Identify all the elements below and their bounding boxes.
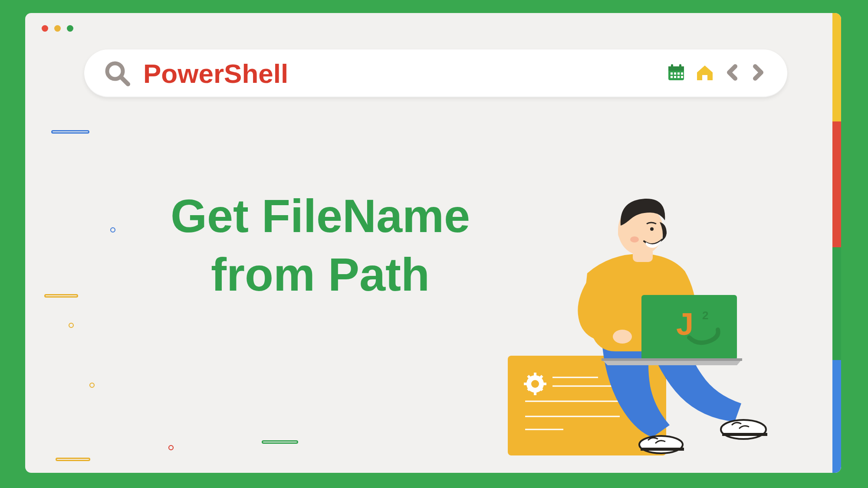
decoration-circle <box>69 323 74 328</box>
browser-window: PowerShell <box>25 13 841 473</box>
title-line-1: Get FileName <box>171 190 470 242</box>
minimize-dot[interactable] <box>54 25 61 32</box>
svg-rect-33 <box>722 433 767 436</box>
decoration-pill <box>51 130 89 134</box>
chevron-right-icon[interactable] <box>750 63 766 84</box>
stripe-blue <box>832 360 841 473</box>
svg-rect-41 <box>602 358 742 361</box>
chevron-left-icon[interactable] <box>724 63 740 84</box>
svg-rect-19 <box>524 383 529 385</box>
maximize-dot[interactable] <box>67 25 73 32</box>
traffic-lights <box>42 25 73 32</box>
bar-icons <box>667 63 766 84</box>
svg-rect-11 <box>674 76 676 78</box>
title-line-2: from Path <box>211 248 430 301</box>
decoration-circle <box>168 445 174 450</box>
search-title: PowerShell <box>143 58 288 89</box>
svg-rect-5 <box>679 64 681 69</box>
svg-rect-12 <box>677 76 680 78</box>
svg-point-16 <box>531 380 539 388</box>
svg-rect-7 <box>674 72 676 75</box>
side-stripes <box>832 13 841 473</box>
svg-rect-31 <box>641 448 684 451</box>
svg-point-34 <box>613 330 632 344</box>
svg-rect-6 <box>671 72 673 75</box>
svg-rect-4 <box>671 64 673 69</box>
svg-point-38 <box>650 227 654 231</box>
search-bar: PowerShell <box>84 49 787 97</box>
decoration-pill <box>44 294 78 298</box>
svg-rect-10 <box>671 76 673 78</box>
close-dot[interactable] <box>42 25 48 32</box>
stripe-red <box>832 121 841 247</box>
svg-rect-8 <box>677 72 680 75</box>
decoration-pill <box>262 440 298 444</box>
page-title: Get FileName from Path <box>138 187 503 304</box>
laptop-logo-2: 2 <box>702 309 708 322</box>
svg-point-37 <box>618 227 627 239</box>
stripe-yellow <box>832 13 841 121</box>
illustration-person-laptop: J 2 <box>494 195 806 473</box>
svg-point-32 <box>721 420 766 439</box>
svg-rect-20 <box>541 383 546 385</box>
home-icon[interactable] <box>695 63 714 84</box>
search-icon[interactable] <box>102 58 133 89</box>
decoration-circle <box>89 383 95 388</box>
svg-rect-3 <box>668 66 684 71</box>
svg-rect-17 <box>534 373 536 378</box>
calendar-icon[interactable] <box>667 63 686 84</box>
svg-rect-9 <box>681 72 683 75</box>
svg-line-1 <box>121 77 128 84</box>
svg-rect-13 <box>681 76 683 78</box>
svg-rect-18 <box>534 390 536 395</box>
decoration-circle <box>110 227 115 233</box>
svg-point-39 <box>630 236 639 242</box>
decoration-pill <box>56 458 90 461</box>
stripe-green <box>832 247 841 360</box>
